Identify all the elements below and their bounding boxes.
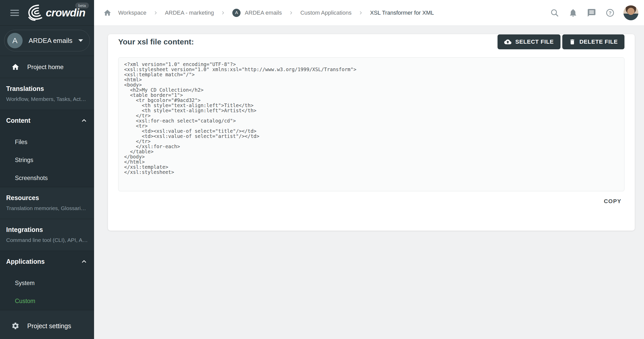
app-root: crowdin beta A ARDEA emails Project home… xyxy=(0,0,644,339)
sidebar-item-custom[interactable]: Custom xyxy=(0,292,94,310)
hamburger-menu-button[interactable] xyxy=(10,9,20,17)
chevron-up-icon xyxy=(81,117,87,124)
messages-icon xyxy=(587,8,596,17)
sidebar-section-content-toggle[interactable]: Content xyxy=(0,117,94,124)
sidebar-section-applications: Applications System Custom xyxy=(0,251,94,310)
sidebar-section-translations[interactable]: Translations Workflow, Members, Tasks, A… xyxy=(0,78,94,110)
sidebar-section-integrations[interactable]: Integrations Command line tool (CLI), AP… xyxy=(0,219,94,251)
sidebar-item-label: Project home xyxy=(27,63,63,71)
home-icon xyxy=(11,63,20,71)
delete-file-button[interactable]: DELETE FILE xyxy=(562,34,624,49)
chevron-right-icon xyxy=(289,10,294,15)
breadcrumb-home-icon[interactable] xyxy=(103,9,112,17)
chevron-right-icon xyxy=(153,10,158,15)
cloud-upload-icon xyxy=(504,38,511,45)
breadcrumb-ardea-emails[interactable]: A ARDEA emails xyxy=(232,9,282,17)
button-label: SELECT FILE xyxy=(515,39,554,45)
project-avatar: A xyxy=(7,33,23,48)
sidebar-item-label: Project settings xyxy=(27,322,71,330)
sidebar-item-strings[interactable]: Strings xyxy=(0,151,94,169)
sidebar-item-project-home[interactable]: Project home xyxy=(0,56,94,78)
crowdin-logo-icon xyxy=(26,5,44,21)
select-file-button[interactable]: SELECT FILE xyxy=(498,34,560,49)
caret-down-icon xyxy=(78,39,83,42)
help-icon: ? xyxy=(605,8,615,17)
page-background: Your xsl file content: SELECT FILE xyxy=(94,26,644,339)
chevron-right-icon xyxy=(358,10,363,15)
topbar-actions: ? xyxy=(549,5,638,20)
section-title: Applications xyxy=(6,258,45,265)
section-subtitle: Workflow, Members, Tasks, Act… xyxy=(6,96,88,102)
section-title: Translations xyxy=(6,85,88,92)
messages-button[interactable] xyxy=(586,8,597,18)
crowdin-logo-text: crowdin xyxy=(46,7,85,19)
sidebar-section-resources[interactable]: Resources Translation memories, Glossari… xyxy=(0,187,94,219)
crowdin-logo[interactable]: crowdin beta xyxy=(26,5,85,21)
sidebar-item-screenshots[interactable]: Screenshots xyxy=(0,169,94,187)
project-switcher-name: ARDEA emails xyxy=(23,37,78,45)
copy-row: COPY xyxy=(118,198,624,205)
section-subtitle: Command line tool (CLI), API, A… xyxy=(6,237,88,243)
section-title: Content xyxy=(6,117,30,124)
chevron-up-icon xyxy=(81,258,87,265)
button-label: DELETE FILE xyxy=(579,39,618,45)
breadcrumb-ardea-marketing[interactable]: ARDEA - marketing xyxy=(165,10,214,16)
sidebar-header: crowdin beta xyxy=(0,0,94,26)
sidebar-section-content: Content Files Strings Screenshots xyxy=(0,110,94,187)
beta-badge: beta xyxy=(75,3,89,8)
xsl-transformer-card: Your xsl file content: SELECT FILE xyxy=(108,34,635,231)
section-title: Resources xyxy=(6,194,88,201)
breadcrumb: Workspace ARDEA - marketing A ARDEA emai… xyxy=(103,9,434,17)
section-title: Integrations xyxy=(6,226,88,233)
card-header: Your xsl file content: SELECT FILE xyxy=(118,34,624,50)
search-button[interactable] xyxy=(549,8,560,18)
copy-button[interactable]: COPY xyxy=(604,198,621,205)
sidebar-item-files[interactable]: Files xyxy=(0,133,94,151)
user-avatar[interactable] xyxy=(623,5,638,20)
breadcrumb-label: ARDEA emails xyxy=(245,10,282,16)
breadcrumb-custom-applications[interactable]: Custom Applications xyxy=(300,10,352,16)
project-switcher[interactable]: A ARDEA emails xyxy=(4,30,90,51)
notifications-bell-icon xyxy=(568,8,578,17)
sidebar-section-applications-toggle[interactable]: Applications xyxy=(0,258,94,265)
project-switcher-wrap: A ARDEA emails xyxy=(0,26,94,56)
notifications-button[interactable] xyxy=(568,8,578,18)
topbar: Workspace ARDEA - marketing A ARDEA emai… xyxy=(94,0,644,26)
sidebar-nav: A ARDEA emails Project home Translations… xyxy=(0,26,94,313)
sidebar-item-project-settings[interactable]: Project settings xyxy=(0,313,94,339)
trash-icon xyxy=(569,39,576,45)
sidebar-item-system[interactable]: System xyxy=(0,274,94,292)
gear-icon xyxy=(11,322,20,330)
file-actions: SELECT FILE DELETE FILE xyxy=(498,34,624,49)
page-title: Your xsl file content: xyxy=(118,37,194,46)
sidebar: crowdin beta A ARDEA emails Project home… xyxy=(0,0,94,339)
breadcrumb-workspace[interactable]: Workspace xyxy=(118,10,146,16)
main-area: Workspace ARDEA - marketing A ARDEA emai… xyxy=(94,0,644,339)
project-avatar-small: A xyxy=(232,9,241,17)
svg-text:?: ? xyxy=(609,10,611,15)
section-subtitle: Translation memories, Glossari… xyxy=(6,205,88,211)
chevron-right-icon xyxy=(220,10,226,15)
help-button[interactable]: ? xyxy=(605,8,615,18)
breadcrumb-current-page: XSL Transformer for XML xyxy=(370,10,434,16)
xsl-code-editor[interactable]: <?xml version="1.0" encoding="UTF-8"?> <… xyxy=(118,57,624,191)
search-icon xyxy=(550,8,559,17)
